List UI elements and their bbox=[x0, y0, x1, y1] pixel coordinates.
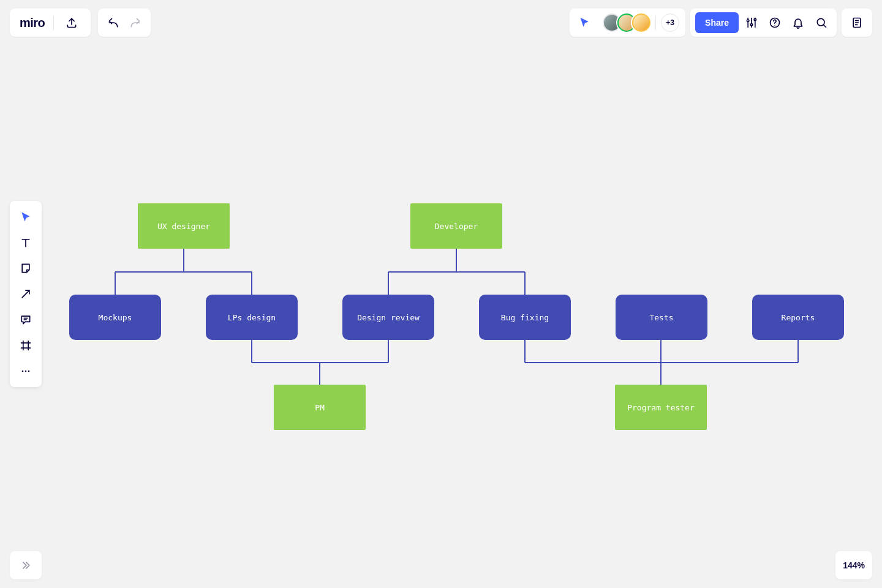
select-tool[interactable] bbox=[15, 206, 37, 228]
svg-point-21 bbox=[750, 24, 752, 26]
frame-tool[interactable] bbox=[15, 334, 37, 356]
task-label: Tests bbox=[649, 313, 673, 322]
notes-panel-button[interactable] bbox=[842, 9, 872, 37]
task-node-reports[interactable]: Reports bbox=[752, 295, 844, 340]
svg-point-43 bbox=[28, 371, 30, 372]
undo-button[interactable] bbox=[104, 13, 123, 32]
task-label: Reports bbox=[782, 313, 815, 322]
header-actions: Share bbox=[690, 9, 837, 37]
task-node-bug-fixing[interactable]: Bug fixing bbox=[479, 295, 571, 340]
cursor-icon bbox=[20, 211, 32, 223]
svg-point-42 bbox=[25, 371, 27, 372]
role-label: PM bbox=[315, 403, 325, 412]
task-node-mockups[interactable]: Mockups bbox=[69, 295, 161, 340]
avatars[interactable] bbox=[603, 13, 650, 32]
role-label: UX designer bbox=[157, 222, 210, 231]
svg-point-41 bbox=[22, 371, 24, 372]
help-button[interactable] bbox=[764, 12, 785, 33]
cursor-presence-icon bbox=[579, 17, 591, 29]
upload-icon bbox=[66, 17, 78, 29]
avatar-overflow[interactable]: +3 bbox=[661, 13, 679, 32]
frame-icon bbox=[20, 339, 32, 352]
role-label: Developer bbox=[435, 222, 478, 231]
task-label: Design review bbox=[357, 313, 420, 322]
share-button[interactable]: Share bbox=[695, 12, 739, 33]
redo-icon bbox=[129, 17, 141, 29]
app-logo: miro bbox=[20, 16, 45, 30]
task-node-design-review[interactable]: Design review bbox=[342, 295, 434, 340]
export-button[interactable] bbox=[62, 13, 81, 32]
text-tool[interactable] bbox=[15, 232, 37, 254]
svg-line-27 bbox=[824, 25, 826, 28]
sticky-note-tool[interactable] bbox=[15, 257, 37, 279]
sticky-note-icon bbox=[20, 262, 32, 274]
redo-button[interactable] bbox=[126, 13, 145, 32]
search-button[interactable] bbox=[811, 12, 832, 33]
role-label: Program tester bbox=[627, 403, 695, 412]
comment-icon bbox=[20, 314, 32, 326]
more-tools[interactable] bbox=[15, 360, 37, 382]
sliders-icon bbox=[745, 17, 758, 29]
notifications-button[interactable] bbox=[788, 12, 809, 33]
diagram-canvas[interactable]: UX designer Developer Mockups LPs design… bbox=[0, 0, 882, 588]
task-label: Mockups bbox=[99, 313, 132, 322]
role-node-ux-designer[interactable]: UX designer bbox=[138, 203, 230, 249]
zoom-level[interactable]: 144% bbox=[835, 551, 872, 579]
svg-line-34 bbox=[22, 290, 29, 298]
role-node-pm[interactable]: PM bbox=[274, 385, 366, 430]
expand-panel-button[interactable] bbox=[10, 551, 42, 579]
presence-button[interactable] bbox=[576, 13, 594, 32]
role-node-program-tester[interactable]: Program tester bbox=[615, 385, 707, 430]
undo-icon bbox=[107, 17, 119, 29]
task-label: Bug fixing bbox=[501, 313, 549, 322]
history-group bbox=[98, 9, 151, 37]
svg-point-25 bbox=[774, 25, 775, 26]
connection-tool[interactable] bbox=[15, 283, 37, 305]
more-icon bbox=[20, 365, 32, 377]
text-icon bbox=[20, 236, 32, 249]
settings-button[interactable] bbox=[741, 12, 762, 33]
chevrons-right-icon bbox=[20, 559, 32, 571]
app-menu[interactable]: miro bbox=[10, 9, 91, 37]
role-node-developer[interactable]: Developer bbox=[410, 203, 502, 249]
comment-tool[interactable] bbox=[15, 309, 37, 331]
zoom-value: 144% bbox=[843, 560, 865, 570]
arrow-icon bbox=[20, 288, 32, 300]
divider bbox=[655, 15, 656, 30]
search-icon bbox=[815, 17, 827, 29]
avatar[interactable] bbox=[632, 13, 650, 32]
notes-icon bbox=[851, 17, 863, 29]
divider bbox=[53, 15, 54, 30]
task-node-tests[interactable]: Tests bbox=[616, 295, 707, 340]
svg-point-23 bbox=[754, 18, 756, 20]
tool-panel bbox=[10, 201, 42, 387]
notes-icon-wrap bbox=[848, 13, 866, 32]
help-icon bbox=[769, 17, 781, 29]
task-label: LPs design bbox=[228, 313, 276, 322]
collaborators-group: +3 bbox=[570, 9, 685, 37]
bell-icon bbox=[792, 17, 804, 29]
svg-point-19 bbox=[747, 20, 749, 21]
task-node-lps-design[interactable]: LPs design bbox=[206, 295, 298, 340]
